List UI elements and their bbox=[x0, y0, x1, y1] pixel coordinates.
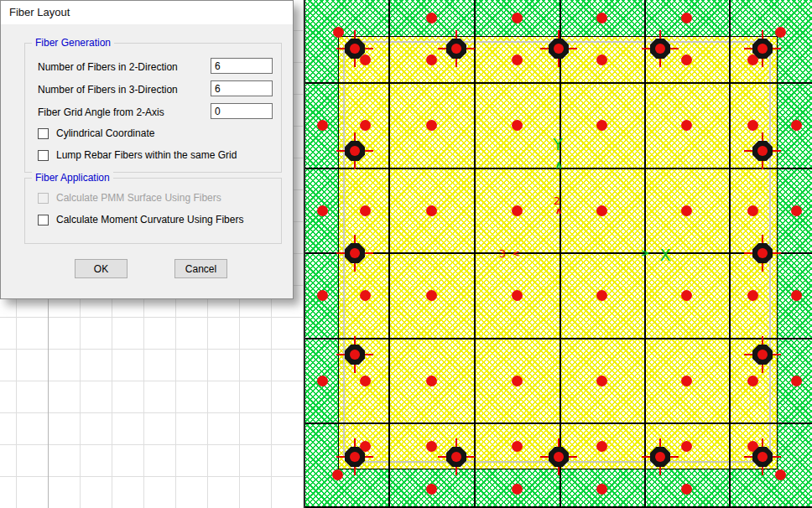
fiber-centroid-dot bbox=[512, 484, 523, 495]
fiber-centroid-dot bbox=[426, 205, 437, 216]
grid-angle-label: Fiber Grid Angle from 2-Axis bbox=[38, 106, 164, 118]
fiber-centroid-dot bbox=[317, 290, 328, 301]
local-3-axis-label: 3 bbox=[499, 247, 506, 260]
fiber-centroid-dot bbox=[360, 205, 371, 216]
fiber-centroid-dot bbox=[596, 376, 607, 386]
cylindrical-coordinate-label: Cylindrical Coordinate bbox=[56, 127, 154, 139]
rebar-center bbox=[350, 146, 360, 156]
fiber-section-view: Y ∧ 2 ∧ 3 < > X bbox=[304, 0, 812, 508]
rebar-center bbox=[350, 44, 360, 54]
fiber-centroid-dot bbox=[681, 54, 692, 65]
rebar-center bbox=[350, 248, 360, 258]
fiber-centroid-dot bbox=[426, 54, 437, 65]
rebar-center bbox=[554, 44, 564, 54]
local-2-axis-arrow-icon: ∧ bbox=[555, 205, 563, 216]
fibers-2-direction-label: Number of Fibers in 2-Direction bbox=[38, 61, 178, 73]
fiber-centroid-dot bbox=[512, 290, 523, 301]
fiber-centroid-dot bbox=[596, 120, 607, 131]
fiber-centroid-dot bbox=[791, 290, 802, 301]
fiber-centroid-dot bbox=[426, 441, 437, 452]
grid-line-horizontal bbox=[304, 506, 812, 508]
cancel-button[interactable]: Cancel bbox=[174, 259, 227, 278]
calc-pmm-label: Calculate PMM Surface Using Fibers bbox=[56, 192, 221, 204]
calc-moment-curvature-row: Calculate Moment Curvature Using Fibers bbox=[38, 214, 243, 225]
fiber-centroid-dot bbox=[775, 27, 786, 38]
ok-button[interactable]: OK bbox=[75, 259, 128, 278]
section-left-edge bbox=[304, 0, 305, 508]
fiber-centroid-dot bbox=[512, 205, 523, 216]
fiber-centroid-dot bbox=[426, 290, 437, 301]
rebar-center bbox=[757, 248, 768, 258]
grid-line-vertical bbox=[729, 0, 731, 508]
fiber-centroid-dot bbox=[596, 484, 607, 495]
fiber-centroid-dot bbox=[747, 120, 758, 131]
fiber-centroid-dot bbox=[747, 205, 758, 216]
fiber-centroid-dot bbox=[317, 376, 328, 386]
global-y-axis-label: Y bbox=[553, 135, 563, 153]
lump-rebar-checkbox[interactable] bbox=[38, 150, 49, 161]
fiber-centroid-dot bbox=[512, 441, 523, 452]
fiber-centroid-dot bbox=[596, 290, 607, 301]
grid-line-vertical bbox=[560, 0, 561, 508]
rebar-center bbox=[451, 44, 461, 54]
fiber-generation-group: Fiber Generation Number of Fibers in 2-D… bbox=[24, 43, 282, 173]
calc-pmm-row: Calculate PMM Surface Using Fibers bbox=[38, 192, 221, 204]
grid-line-vertical bbox=[388, 0, 390, 508]
calc-pmm-checkbox bbox=[38, 193, 49, 204]
fiber-centroid-dot bbox=[791, 376, 802, 386]
fiber-centroid-dot bbox=[426, 13, 437, 23]
fiber-centroid-dot bbox=[360, 376, 371, 386]
grid-line-horizontal bbox=[304, 422, 812, 424]
fiber-centroid-dot bbox=[512, 120, 523, 131]
fiber-centroid-dot bbox=[791, 120, 802, 131]
rebar-center bbox=[451, 452, 461, 462]
fiber-centroid-dot bbox=[775, 469, 786, 480]
calc-moment-curvature-checkbox[interactable] bbox=[38, 215, 49, 225]
fiber-centroid-dot bbox=[360, 290, 371, 301]
fiber-centroid-dot bbox=[681, 441, 692, 452]
fiber-centroid-dot bbox=[426, 120, 437, 131]
fibers-3-direction-label: Number of Fibers in 3-Direction bbox=[38, 84, 178, 96]
rebar-center bbox=[655, 452, 665, 462]
fiber-centroid-dot bbox=[596, 13, 607, 23]
fiber-centroid-dot bbox=[596, 54, 607, 65]
rebar-center bbox=[655, 44, 665, 54]
global-x-axis-arrow-icon: > bbox=[641, 246, 650, 259]
fibers-2-direction-input[interactable] bbox=[211, 58, 273, 74]
fiber-centroid-dot bbox=[317, 120, 328, 131]
rebar-center bbox=[350, 350, 360, 360]
rebar-center bbox=[757, 146, 768, 156]
dialog-title: Fiber Layout bbox=[9, 6, 70, 18]
fiber-application-group: Fiber Application Calculate PMM Surface … bbox=[24, 178, 282, 244]
grid-line-horizontal bbox=[304, 82, 812, 84]
grid-line-vertical bbox=[474, 0, 476, 508]
fiber-centroid-dot bbox=[512, 376, 523, 386]
rebar-center bbox=[757, 350, 768, 360]
fiber-centroid-dot bbox=[426, 376, 437, 386]
rebar-center bbox=[554, 452, 564, 462]
fiber-centroid-dot bbox=[317, 205, 328, 216]
dialog-title-bar[interactable]: Fiber Layout bbox=[1, 1, 293, 24]
fiber-centroid-dot bbox=[596, 441, 607, 452]
fibers-3-direction-input[interactable] bbox=[211, 80, 273, 96]
grid-angle-input[interactable] bbox=[211, 103, 273, 119]
fiber-centroid-dot bbox=[747, 290, 758, 301]
grid-line-horizontal bbox=[304, 338, 812, 340]
rebar-center bbox=[350, 452, 360, 462]
fiber-centroid-dot bbox=[747, 376, 758, 386]
fiber-centroid-dot bbox=[791, 205, 802, 216]
fiber-layout-dialog: Fiber Layout Fiber Generation Number of … bbox=[0, 0, 294, 299]
fiber-centroid-dot bbox=[360, 120, 371, 131]
fiber-application-legend: Fiber Application bbox=[32, 172, 113, 184]
rebar-center bbox=[757, 44, 768, 54]
cylindrical-coordinate-checkbox[interactable] bbox=[38, 128, 49, 139]
fiber-centroid-dot bbox=[681, 205, 692, 216]
fiber-centroid-dot bbox=[512, 13, 523, 23]
dialog-body: Fiber Generation Number of Fibers in 2-D… bbox=[1, 24, 293, 298]
fiber-centroid-dot bbox=[681, 290, 692, 301]
fiber-generation-legend: Fiber Generation bbox=[32, 37, 114, 49]
fiber-centroid-dot bbox=[512, 54, 523, 65]
cylindrical-coordinate-row: Cylindrical Coordinate bbox=[38, 127, 154, 139]
local-3-axis-arrow-icon: < bbox=[512, 248, 519, 259]
global-y-axis-arrow-icon: ∧ bbox=[554, 158, 564, 171]
